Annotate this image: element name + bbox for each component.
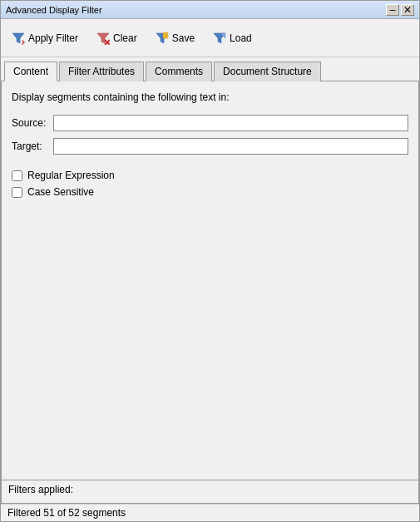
tab-comments[interactable]: Comments	[146, 62, 212, 81]
tab-document-structure[interactable]: Document Structure	[214, 62, 321, 81]
filters-applied-label: Filters applied:	[8, 484, 73, 495]
tab-content-label: Content	[13, 66, 48, 77]
content-description: Display segments containing the followin…	[12, 91, 408, 103]
main-window: Advanced Display Filter – ✕ Apply Filter	[0, 0, 420, 522]
target-input[interactable]	[53, 138, 408, 155]
apply-filter-icon	[12, 32, 25, 45]
main-area: Display segments containing the followin…	[1, 81, 419, 521]
minimize-button[interactable]: –	[386, 4, 399, 16]
window-controls: – ✕	[386, 4, 414, 16]
save-icon	[156, 32, 169, 45]
svg-marker-1	[22, 40, 25, 45]
apply-filter-button[interactable]: Apply Filter	[4, 25, 86, 52]
tab-document-structure-label: Document Structure	[223, 66, 312, 77]
svg-marker-0	[12, 33, 24, 43]
tab-filter-attributes[interactable]: Filter Attributes	[59, 62, 144, 81]
filter-count-label: Filtered 51 of 52 segments	[7, 507, 126, 519]
tab-comments-label: Comments	[155, 66, 203, 77]
regular-expression-checkbox[interactable]	[12, 170, 22, 181]
tab-content[interactable]: Content	[4, 62, 57, 81]
clear-label: Clear	[113, 32, 137, 44]
save-label: Save	[172, 32, 195, 44]
close-button[interactable]: ✕	[401, 4, 414, 16]
save-button[interactable]: Save	[148, 25, 202, 52]
filter-count-bar: Filtered 51 of 52 segments	[1, 504, 419, 521]
regular-expression-row: Regular Expression	[12, 170, 408, 181]
window-title: Advanced Display Filter	[6, 5, 102, 15]
case-sensitive-checkbox[interactable]	[12, 187, 22, 198]
regular-expression-label[interactable]: Regular Expression	[27, 170, 115, 181]
load-label: Load	[230, 32, 252, 44]
title-bar: Advanced Display Filter – ✕	[1, 1, 419, 19]
filters-applied-bar: Filters applied:	[1, 480, 419, 504]
clear-button[interactable]: Clear	[89, 25, 145, 52]
load-icon	[213, 32, 226, 45]
target-label: Target:	[12, 140, 53, 152]
case-sensitive-label[interactable]: Case Sensitive	[27, 186, 94, 198]
load-button[interactable]: Load	[205, 25, 259, 52]
source-row: Source:	[12, 115, 408, 131]
tab-filter-attributes-label: Filter Attributes	[68, 66, 135, 77]
case-sensitive-row: Case Sensitive	[12, 186, 408, 198]
source-input[interactable]	[53, 115, 408, 131]
toolbar: Apply Filter Clear Save	[1, 19, 419, 57]
apply-filter-label: Apply Filter	[28, 32, 78, 44]
source-label: Source:	[12, 117, 53, 129]
tab-content-panel: Display segments containing the followin…	[1, 81, 419, 480]
clear-icon	[96, 32, 110, 45]
tabs-bar: Content Filter Attributes Comments Docum…	[1, 57, 419, 81]
target-row: Target:	[12, 138, 408, 155]
